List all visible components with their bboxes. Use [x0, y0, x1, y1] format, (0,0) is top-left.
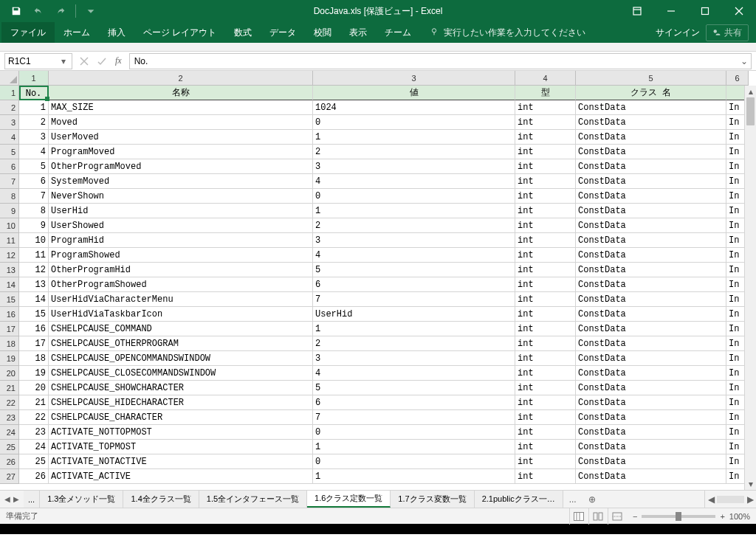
sheet-tab-prev[interactable]: ...: [24, 491, 40, 508]
row-header[interactable]: 21: [0, 381, 19, 395]
view-layout-button[interactable]: [588, 508, 608, 525]
cell[interactable]: int: [515, 292, 576, 307]
cell[interactable]: ACTIVATE_ACTIVE: [49, 469, 313, 484]
cell[interactable]: 2: [313, 218, 515, 233]
row-header[interactable]: 20: [0, 366, 19, 381]
cell[interactable]: UserHidViaTaskbarIcon: [49, 307, 313, 322]
view-pagebreak-button[interactable]: [608, 508, 627, 525]
cell[interactable]: 3: [313, 351, 515, 366]
cell[interactable]: int: [515, 454, 576, 469]
cell[interactable]: int: [515, 233, 576, 248]
cell[interactable]: ConstData: [576, 204, 726, 218]
ribbon-tab[interactable]: 表示: [340, 22, 376, 43]
ribbon-tab[interactable]: 数式: [225, 22, 261, 43]
formula-input[interactable]: No.⌄: [129, 53, 752, 69]
cell[interactable]: int: [515, 189, 576, 204]
ribbon-tab[interactable]: データ: [261, 22, 305, 43]
cell[interactable]: 3: [313, 159, 515, 174]
row-header[interactable]: 18: [0, 336, 19, 351]
cell[interactable]: OtherProgramShowed: [49, 277, 313, 292]
cell[interactable]: int: [515, 410, 576, 425]
cell[interactable]: ACTIVATE_NOTACTIVE: [49, 454, 313, 469]
column-header[interactable]: 6: [726, 71, 749, 86]
column-header[interactable]: 5: [576, 71, 726, 86]
cell[interactable]: UserHid: [49, 204, 313, 218]
row-header[interactable]: 24: [0, 425, 19, 440]
cell[interactable]: 4: [313, 248, 515, 263]
enter-formula-button[interactable]: [93, 53, 111, 69]
cell[interactable]: ConstData: [576, 454, 726, 469]
cell[interactable]: 16: [19, 322, 49, 336]
cell[interactable]: int: [515, 100, 576, 115]
cell[interactable]: int: [515, 174, 576, 189]
cell[interactable]: int: [515, 218, 576, 233]
cell[interactable]: int: [515, 395, 576, 410]
cell[interactable]: ConstData: [576, 115, 726, 130]
cell[interactable]: ConstData: [576, 233, 726, 248]
vertical-scrollbar[interactable]: ▴ ▾: [744, 86, 756, 490]
scroll-up-icon[interactable]: ▴: [745, 86, 756, 97]
cell[interactable]: 10: [19, 233, 49, 248]
cell[interactable]: int: [515, 263, 576, 277]
cell[interactable]: 5: [313, 263, 515, 277]
cell[interactable]: 1: [19, 100, 49, 115]
cell[interactable]: 7: [313, 292, 515, 307]
cell[interactable]: 26: [19, 469, 49, 484]
ribbon-tab[interactable]: チーム: [376, 22, 420, 43]
scroll-thumb[interactable]: [746, 97, 755, 125]
cell[interactable]: ConstData: [576, 410, 726, 425]
cell[interactable]: ConstData: [576, 189, 726, 204]
redo-icon[interactable]: [50, 1, 71, 21]
cell[interactable]: ConstData: [576, 277, 726, 292]
cell[interactable]: 19: [19, 366, 49, 381]
ribbon-tab[interactable]: 校閲: [305, 22, 340, 43]
expand-formula-icon[interactable]: ⌄: [740, 56, 748, 66]
cell[interactable]: ConstData: [576, 130, 726, 145]
row-header[interactable]: 15: [0, 292, 19, 307]
zoom-level[interactable]: 100%: [729, 512, 750, 521]
cell[interactable]: 0: [313, 454, 515, 469]
cell[interactable]: 4: [19, 145, 49, 159]
scroll-down-icon[interactable]: ▾: [745, 478, 756, 490]
cell[interactable]: UserShowed: [49, 218, 313, 233]
cell[interactable]: 1024: [313, 100, 515, 115]
column-header[interactable]: 4: [515, 71, 576, 86]
cell[interactable]: 24: [19, 440, 49, 454]
row-header[interactable]: 4: [0, 130, 19, 145]
cell[interactable]: int: [515, 322, 576, 336]
row-header[interactable]: 14: [0, 277, 19, 292]
cell[interactable]: 23: [19, 425, 49, 440]
cell[interactable]: OtherProgramHid: [49, 263, 313, 277]
cell[interactable]: 21: [19, 395, 49, 410]
cell[interactable]: 1: [313, 204, 515, 218]
cell[interactable]: 3: [313, 233, 515, 248]
cell[interactable]: ProgramShowed: [49, 248, 313, 263]
cell[interactable]: ConstData: [576, 381, 726, 395]
cell[interactable]: 6: [19, 174, 49, 189]
cell[interactable]: ConstData: [576, 307, 726, 322]
ribbon-display-button[interactable]: [620, 0, 654, 22]
cell[interactable]: int: [515, 277, 576, 292]
sheet-tab-more[interactable]: ...: [563, 491, 583, 508]
row-header[interactable]: 26: [0, 454, 19, 469]
cell[interactable]: 1: [313, 322, 515, 336]
ribbon-tab[interactable]: ホーム: [55, 22, 99, 43]
cell[interactable]: 22: [19, 410, 49, 425]
qat-customize-icon[interactable]: [80, 1, 101, 21]
minimize-button[interactable]: [654, 0, 688, 22]
save-icon[interactable]: [6, 1, 27, 21]
cell[interactable]: int: [515, 115, 576, 130]
sheet-tab[interactable]: 1.7クラス変数一覧: [391, 491, 474, 508]
row-header[interactable]: 25: [0, 440, 19, 454]
cell[interactable]: ProgramHid: [49, 233, 313, 248]
name-box[interactable]: R1C1▾: [4, 53, 72, 69]
cell[interactable]: ConstData: [576, 351, 726, 366]
row-header[interactable]: 10: [0, 218, 19, 233]
cell[interactable]: ConstData: [576, 395, 726, 410]
cell[interactable]: ConstData: [576, 174, 726, 189]
cell[interactable]: No.: [19, 86, 49, 100]
ribbon-tab[interactable]: ページ レイアウト: [134, 22, 225, 43]
cell[interactable]: ACTIVATE_TOPMOST: [49, 440, 313, 454]
cell[interactable]: 9: [19, 218, 49, 233]
view-normal-button[interactable]: [569, 508, 588, 525]
